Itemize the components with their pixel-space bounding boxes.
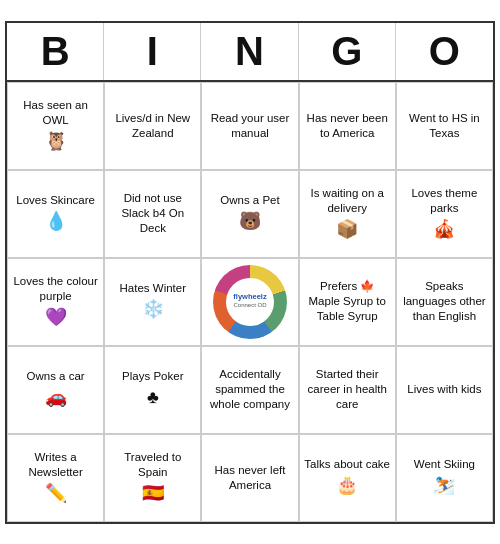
cell-text-6: Did not use Slack b4 On Deck [109,191,196,236]
cell-text-9: Loves theme parks [401,186,488,216]
bingo-grid: Has seen an OWL🦉Lives/d in New ZealandRe… [7,82,493,522]
cell-text-21: Traveled to Spain [109,450,196,480]
cell-text-1: Lives/d in New Zealand [109,111,196,141]
bingo-cell-24: Went Skiing⛷️ [396,434,493,522]
cell-emoji-9: 🎪 [433,218,455,241]
cell-text-16: Plays Poker [122,369,183,384]
bingo-cell-11: Hates Winter❄️ [104,258,201,346]
cell-emoji-20: ✏️ [45,482,67,505]
bingo-cell-8: Is waiting on a delivery📦 [299,170,396,258]
cell-emoji-24: ⛷️ [433,474,455,497]
bingo-letter-b: B [7,23,104,80]
bingo-cell-16: Plays Poker♣ [104,346,201,434]
bingo-cell-0: Has seen an OWL🦉 [7,82,104,170]
cell-text-3: Has never been to America [304,111,391,141]
bingo-cell-18: Started their career in health care [299,346,396,434]
cell-text-4: Went to HS in Texas [401,111,488,141]
bingo-card: BINGO Has seen an OWL🦉Lives/d in New Zea… [5,21,495,524]
bingo-cell-3: Has never been to America [299,82,396,170]
cell-text-11: Hates Winter [120,281,186,296]
bingo-cell-23: Talks about cake🎂 [299,434,396,522]
cell-emoji-8: 📦 [336,218,358,241]
bingo-cell-5: Loves Skincare💧 [7,170,104,258]
cell-text-24: Went Skiing [414,457,475,472]
cell-text-14: Speaks languages other than English [401,279,488,324]
cell-text-8: Is waiting on a delivery [304,186,391,216]
bingo-cell-12: flywheelz Connect OD [201,258,298,346]
bingo-cell-4: Went to HS in Texas [396,82,493,170]
cell-text-20: Writes a Newsletter [12,450,99,480]
bingo-letter-g: G [299,23,396,80]
cell-text-10: Loves the colour purple [12,274,99,304]
bingo-cell-2: Read your user manual [201,82,298,170]
bingo-cell-14: Speaks languages other than English [396,258,493,346]
bingo-letter-i: I [104,23,201,80]
cell-emoji-11: ❄️ [142,298,164,321]
cell-emoji-23: 🎂 [336,474,358,497]
cell-text-17: Accidentally spammed the whole company [206,367,293,412]
cell-text-23: Talks about cake [304,457,390,472]
bingo-cell-13: Prefers 🍁 Maple Syrup to Table Syrup [299,258,396,346]
cell-text-13: Prefers 🍁 Maple Syrup to Table Syrup [304,279,391,324]
cell-text-22: Has never left America [206,463,293,493]
bingo-letter-n: N [201,23,298,80]
bingo-cell-21: Traveled to Spain🇪🇸 [104,434,201,522]
cell-text-18: Started their career in health care [304,367,391,412]
cell-emoji-10: 💜 [45,306,67,329]
bingo-header: BINGO [7,23,493,82]
bingo-cell-1: Lives/d in New Zealand [104,82,201,170]
cell-emoji-15: 🚗 [45,386,67,409]
bingo-cell-22: Has never left America [201,434,298,522]
bingo-cell-6: Did not use Slack b4 On Deck [104,170,201,258]
bingo-cell-19: Lives with kids [396,346,493,434]
cell-text-19: Lives with kids [407,382,481,397]
cell-text-0: Has seen an OWL [12,98,99,128]
bingo-cell-7: Owns a Pet🐻 [201,170,298,258]
bingo-cell-17: Accidentally spammed the whole company [201,346,298,434]
cell-emoji-16: ♣ [147,386,159,409]
cell-emoji-0: 🦉 [45,130,67,153]
bingo-cell-9: Loves theme parks🎪 [396,170,493,258]
bingo-cell-20: Writes a Newsletter✏️ [7,434,104,522]
cell-emoji-5: 💧 [45,210,67,233]
cell-emoji-21: 🇪🇸 [142,482,164,505]
cell-text-15: Owns a car [27,369,85,384]
flywheel-logo: flywheelz Connect OD [213,265,287,339]
cell-text-5: Loves Skincare [16,193,95,208]
cell-text-2: Read your user manual [206,111,293,141]
bingo-letter-o: O [396,23,493,80]
cell-emoji-7: 🐻 [239,210,261,233]
cell-text-7: Owns a Pet [220,193,279,208]
bingo-cell-15: Owns a car🚗 [7,346,104,434]
bingo-cell-10: Loves the colour purple💜 [7,258,104,346]
